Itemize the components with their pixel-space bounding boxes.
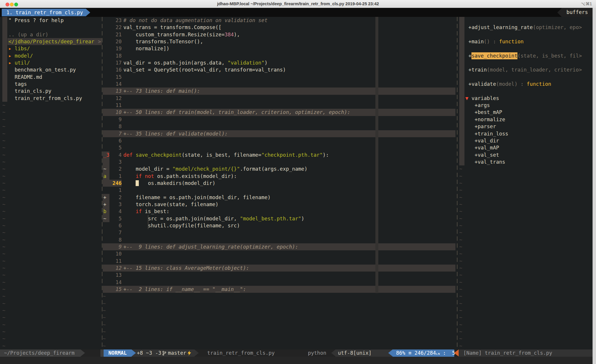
editor-fold-line[interactable]: 9+-- 9 lines: def adjust_learning_rate(o… bbox=[103, 243, 455, 250]
tagbar-item[interactable] bbox=[458, 31, 593, 38]
editor-fold-line[interactable]: 13+-- 73 lines: def main(): bbox=[103, 88, 455, 94]
vim-command-line[interactable] bbox=[0, 357, 593, 364]
tagbar-item[interactable]: +best_mAP bbox=[458, 109, 593, 116]
nerdtree-item[interactable]: ▸ model/ bbox=[0, 52, 102, 59]
editor-line[interactable]: 18 bbox=[103, 52, 455, 59]
editor-line[interactable]: 17val_dir = os.path.join(args.data, "val… bbox=[103, 59, 455, 66]
editor-line[interactable]: b4 if is_best: bbox=[103, 208, 455, 215]
editor-line[interactable]: 8 bbox=[103, 236, 455, 243]
nerdtree-item[interactable]: </jdhao/Projects/deep_firear> bbox=[0, 38, 102, 45]
text-segment: not bbox=[145, 173, 154, 179]
empty-line-tilde: ~ bbox=[103, 321, 106, 328]
editor-line[interactable]: +3 torch.save(state, filename) bbox=[103, 201, 455, 208]
editor-fold-line[interactable]: 10+-- 50 lines: def train(model, train_l… bbox=[103, 109, 455, 116]
editor-line[interactable]: 11 bbox=[103, 102, 455, 109]
editor-line[interactable]: 14 bbox=[103, 279, 455, 286]
tagbar-scrollbar[interactable] bbox=[459, 17, 464, 165]
nerdtree-item[interactable]: train_retr_from_cls.py bbox=[0, 95, 102, 102]
editor-line[interactable]: 13 bbox=[103, 272, 455, 279]
empty-line-tilde: ~ bbox=[2, 286, 6, 293]
editor-line[interactable]: a1 if not os.path.exists(model_dir): bbox=[103, 173, 455, 180]
editor-line[interactable]: 14 bbox=[103, 81, 455, 88]
tagbar-item[interactable]: +val_mAP bbox=[458, 144, 593, 151]
line-number: 8 bbox=[109, 123, 122, 130]
editor-fold-line[interactable]: 7+-- 35 lines: def validate(model): bbox=[103, 130, 455, 137]
editor-line[interactable]: 15 bbox=[103, 74, 455, 81]
editor-line[interactable]: 5 bbox=[103, 144, 455, 151]
editor-line[interactable]: 7 bbox=[103, 229, 455, 236]
tagbar-item[interactable]: +main() : function bbox=[458, 38, 593, 45]
nerdtree-empty-line: ~ bbox=[0, 243, 102, 250]
nerdtree-item[interactable]: benchmark_on_test.py bbox=[0, 66, 102, 73]
nerdtree-item[interactable]: ▸ libs/ bbox=[0, 45, 102, 52]
editor-line[interactable]: 246 os.makedirs(model_dir) bbox=[103, 180, 455, 187]
tagbar-empty-line: ~ bbox=[458, 194, 593, 201]
tagbar-item[interactable]: +train(model, train_loader, criterio> bbox=[458, 66, 593, 73]
nerdtree-item[interactable]: .. (up a dir) bbox=[0, 31, 102, 38]
editor-line[interactable]: 6 shutil.copyfile(filename, src) bbox=[103, 222, 455, 229]
tagbar-item[interactable]: +train_loss bbox=[458, 130, 593, 137]
tab-train-retr-from-cls[interactable]: 1. train_retr_from_cls.py bbox=[2, 9, 86, 16]
editor-line[interactable]: 16val_set = QuerySet(root=val_dir, trans… bbox=[103, 66, 455, 73]
terminal-scrollbar[interactable] bbox=[593, 8, 596, 364]
empty-line-tilde: ~ bbox=[459, 208, 462, 215]
editor-line[interactable]: 3 bbox=[103, 158, 455, 165]
text-segment: src = os.path.join(model_dir, bbox=[123, 216, 240, 222]
editor-line[interactable]: 12 bbox=[103, 95, 455, 102]
tagbar-item[interactable]: +parser bbox=[458, 123, 593, 130]
tagbar-item[interactable] bbox=[458, 45, 593, 52]
nerdtree-item[interactable]: tags bbox=[0, 81, 102, 88]
tagbar-item[interactable]: +save_checkpoint(state, is_best, fil> bbox=[458, 52, 593, 59]
empty-line-tilde: ~ bbox=[2, 250, 6, 257]
tagbar-item[interactable] bbox=[458, 74, 593, 81]
text-segment: > bbox=[579, 52, 582, 59]
vertical-split-left[interactable] bbox=[102, 17, 102, 349]
editor-line[interactable]: 9 bbox=[103, 116, 455, 123]
editor-line[interactable]: 10 bbox=[103, 250, 455, 257]
editor-line[interactable]: _34def save_checkpoint(state, is_best, f… bbox=[103, 151, 455, 158]
vim-mode-indicator: NORMAL bbox=[104, 349, 132, 357]
nerdtree-pane[interactable]: " Press ? for help .. (up a dir) </jdhao… bbox=[0, 17, 102, 349]
editor-line[interactable]: 6 bbox=[103, 137, 455, 144]
text-segment bbox=[123, 208, 136, 214]
tagbar-item[interactable]: +adjust_learning_rate(optimizer, epo> bbox=[458, 24, 593, 31]
editor-line[interactable]: 22val_trans = transforms.Compose([ bbox=[103, 24, 455, 31]
nerdtree-item[interactable]: " Press ? for help bbox=[0, 17, 102, 24]
tagbar-item[interactable] bbox=[458, 59, 593, 66]
nerdtree-scrollbar[interactable] bbox=[2, 17, 7, 102]
vertical-split-right[interactable] bbox=[457, 17, 457, 349]
nerdtree-item[interactable]: ▸ util/ bbox=[0, 59, 102, 66]
editor-line[interactable]: 20 transforms.ToTensor(), bbox=[103, 38, 455, 45]
empty-line-tilde: ~ bbox=[459, 328, 462, 335]
empty-line-tilde: ~ bbox=[2, 208, 6, 215]
text-segment: +val_set bbox=[459, 151, 499, 158]
tagbar-item[interactable]: +val_dir bbox=[458, 137, 593, 144]
editor-fold-line[interactable]: 15+-- 2 lines: if __name__ == "__main__"… bbox=[103, 286, 455, 293]
empty-line-tilde: ~ bbox=[459, 314, 462, 321]
nerdtree-item[interactable] bbox=[0, 24, 102, 31]
editor-line[interactable]: ~2 model_dir = "model/check_point/{}".fo… bbox=[103, 165, 455, 172]
tagbar-item[interactable]: +validate(model) : function bbox=[458, 81, 593, 88]
tagbar-item[interactable]: +val_set bbox=[458, 151, 593, 158]
editor-line[interactable]: +2 filename = os.path.join(model_dir, fi… bbox=[103, 194, 455, 201]
editor-line[interactable]: 8 bbox=[103, 123, 455, 130]
nerdtree-item[interactable]: train_cls.py bbox=[0, 88, 102, 94]
tagbar-item[interactable] bbox=[458, 88, 593, 94]
editor-line[interactable]: 23# do not do data augmentation on valid… bbox=[103, 17, 455, 24]
tagbar-item[interactable] bbox=[458, 17, 593, 24]
text-segment: : bbox=[517, 81, 527, 88]
editor-pane[interactable]: 23# do not do data augmentation on valid… bbox=[103, 17, 455, 349]
tagbar-item[interactable]: +args bbox=[458, 102, 593, 109]
tagbar-empty-line: ~ bbox=[458, 300, 593, 307]
tagbar-item[interactable]: ▼ variables bbox=[458, 95, 593, 102]
editor-line[interactable]: 11 bbox=[103, 258, 455, 265]
editor-fold-line[interactable]: 12+-- 15 lines: class AverageMeter(objec… bbox=[103, 265, 455, 272]
editor-line[interactable]: 21 custom_transform.Resize(size=384), bbox=[103, 31, 455, 38]
editor-line[interactable]: ~5 src = os.path.join(model_dir, "model_… bbox=[103, 215, 455, 222]
tagbar-item[interactable]: +normalize bbox=[458, 116, 593, 123]
nerdtree-item[interactable]: README.md bbox=[0, 74, 102, 81]
editor-line[interactable]: 1 bbox=[103, 187, 455, 194]
editor-line[interactable]: 19 normalize]) bbox=[103, 45, 455, 52]
tagbar-pane[interactable]: +adjust_learning_rate(optimizer, epo> +m… bbox=[458, 17, 593, 349]
tagbar-item[interactable]: +val_trans bbox=[458, 158, 593, 165]
